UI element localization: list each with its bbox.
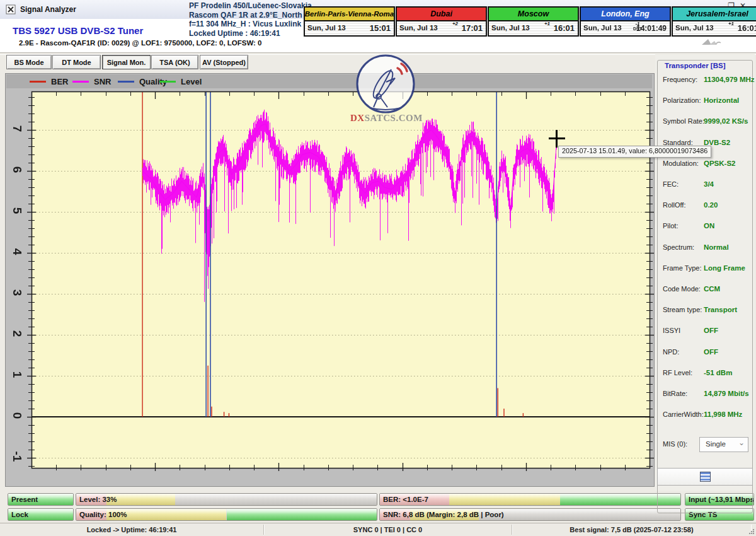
transponder-field-row: Polarization:Horizontal [658, 96, 752, 108]
dxsatcs-logo-icon [355, 53, 416, 115]
tab-tsa-ok-[interactable]: TSA (OK) [151, 55, 198, 69]
y-axis-tick-label: -1 [10, 448, 24, 465]
transponder-field-row: Modulation:QPSK-S2 [658, 160, 752, 171]
tab-av-stopped-[interactable]: AV (Stopped) [200, 55, 248, 69]
meter-present: Present [8, 493, 74, 506]
chart-value-tooltip: 2025-07-13 15.01.49, value: 6,8000001907… [558, 146, 711, 158]
legend-item-level: Level [159, 74, 202, 88]
clock-moscow: MoscowSun, Jul 13+116:01 [488, 6, 579, 37]
legend-line-swatch [72, 81, 89, 83]
transponder-field-label: ISSYI [663, 327, 680, 334]
meter-label: Quality: 100% [79, 509, 127, 520]
transponder-field-row: ISSYIOFF [658, 327, 752, 338]
clock-date: Sun, Jul 13 [675, 24, 714, 32]
transponder-field-value: 9999,02 KS/s [704, 117, 748, 125]
site-info-line: PF Prodelin 450/Lučenec-Slovakia [189, 1, 315, 11]
transponder-field-row: Frequency:11304,979 MHz [658, 76, 752, 87]
transponder-title: Transponder [BS] [663, 62, 727, 69]
transponder-field-row: RF Level:-51 dBm [658, 369, 752, 380]
mouse-crosshair-cursor [549, 130, 565, 148]
clock-body: Sun, Jul 13+116:01 [489, 21, 578, 35]
statusbar-lock-uptime: Locked -> Uptime: 46:19:41 [0, 525, 264, 535]
y-axis-tick-label: 6 [10, 161, 24, 178]
transponder-field-label: Pilot: [663, 222, 678, 230]
clock-time: 15:01 [370, 23, 391, 33]
transponder-field-label: RF Level: [663, 369, 692, 376]
transponder-field-value: 11304,979 MHz [704, 76, 755, 83]
transponder-field-value: 11,998 MHz [704, 411, 742, 418]
transponder-field-label: CarrierWidth: [663, 411, 704, 418]
tab-bs-mode[interactable]: BS Mode [6, 55, 52, 69]
transponder-field-label: Polarization: [663, 96, 701, 104]
y-axis-tick-label: 3 [10, 284, 24, 301]
transponder-field-value: DVB-S2 [704, 139, 730, 146]
clock-city-label: Moscow [489, 8, 578, 21]
mis-select[interactable]: Single ⌄ [699, 437, 748, 452]
statusbar-sync-counters: SYNC 0 | TEI 0 | CC 0 [264, 525, 512, 535]
transponder-field-row: BitRate:14,879 Mbit/s [658, 390, 752, 401]
meter-lock: Lock [8, 508, 74, 521]
transponder-field-label: Spectrum: [663, 243, 694, 251]
clock-body: Sun, Jul 13+116:01 [673, 21, 756, 35]
legend-line-swatch [159, 81, 176, 83]
transponder-field-value: ON [704, 222, 714, 230]
app-icon [6, 4, 16, 15]
dxsatcs-watermark-text: DXSATCS.COM [350, 113, 421, 124]
transponder-field-row: Symbol Rate:9999,02 KS/s [658, 117, 752, 129]
clock-city-label: London, Eng [581, 8, 670, 21]
clock-time: 16:01 [554, 23, 575, 33]
transponder-field-label: Frequency: [663, 76, 697, 83]
clock-date: Sun, Jul 13 [307, 24, 346, 32]
transponder-field-value: Transport [704, 306, 737, 313]
clock-body: Sun, Jul 1315:01 [305, 21, 394, 35]
transponder-field-value: OFF [704, 327, 718, 334]
clock-date: Sun, Jul 13 [491, 24, 530, 32]
clock-widget-logo [701, 37, 722, 49]
meter-quality: Quality: 100% [76, 508, 377, 521]
clock-london-eng: London, EngSun, Jul 13-1DST14:01:49 [580, 6, 671, 37]
transponder-field-value: QPSK-S2 [704, 160, 736, 167]
transponder-field-label: Code Mode: [663, 285, 701, 293]
clock-city-label: Dubai [397, 8, 486, 21]
site-info-line: Rascom QAF 1R at 2.9°E_North [189, 11, 315, 20]
transponder-field-label: Standard: [663, 139, 693, 146]
legend-item-snr: SNR [72, 74, 111, 88]
world-clocks-widget: Berlin-Paris-Vienna-RomaSun, Jul 1315:01… [304, 6, 756, 37]
statusbar-best-signal: Best signal: 7,5 dB (2025-07-12 23:58) [512, 525, 751, 535]
transponder-field-label: Stream type: [663, 306, 702, 313]
service-list-button[interactable] [657, 468, 753, 486]
legend-label: BER [51, 77, 68, 86]
clock-jerusalem-israel: Jerusalem-IsraelSun, Jul 13+116:01 [672, 6, 756, 37]
tab-signal-mon-[interactable]: Signal Mon. [102, 55, 151, 69]
application-window: Signal Analyzer ❐✕ TBS 5927 USB DVB-S2 T… [0, 0, 756, 536]
clock-city-label: Berlin-Paris-Vienna-Roma [305, 8, 394, 21]
resize-grip[interactable] [748, 528, 755, 535]
tuner-subtitle: 2.9E - Rascom-QAF1R (ID: 0029) @ LOF1: 9… [19, 39, 262, 47]
tab-dt-mode[interactable]: DT Mode [52, 55, 101, 69]
transponder-field-value: OFF [704, 348, 718, 356]
transponder-groupbox: Transponder [BS] Frequency:11304,979 MHz… [657, 60, 753, 513]
transponder-field-label: BitRate: [663, 390, 687, 397]
transponder-field-row: Pilot:ON [658, 222, 752, 233]
chart-legend: BERSNRQualityLevel [6, 74, 652, 88]
legend-label: Level [181, 77, 202, 86]
transponder-field-value: 3/4 [704, 180, 714, 188]
mis-selected-value: Single [706, 440, 726, 448]
tuner-title: TBS 5927 USB DVB-S2 Tuner [13, 25, 143, 36]
y-axis-tick-label: 1 [10, 366, 24, 383]
y-axis-tick-label: 2 [10, 325, 24, 342]
legend-item-ber: BER [30, 74, 68, 88]
y-axis-tick-label: 0 [10, 407, 24, 424]
transponder-field-row: Code Mode:CCM [658, 285, 752, 296]
clock-body: Sun, Jul 13+217:01 [397, 21, 486, 35]
site-info-line: Locked Uptime : 46:19:41 [189, 29, 315, 38]
clock-date: Sun, Jul 13 [399, 24, 438, 32]
y-axis-tick-label: 5 [10, 202, 24, 219]
transponder-field-row: CarrierWidth:11,998 MHz [658, 411, 752, 422]
dxsatcs-watermark: DXSATCS.COM [350, 53, 421, 124]
transponder-field-value: Long Frame [704, 264, 745, 272]
transponder-field-row: Frame Type:Long Frame [658, 264, 752, 276]
legend-label: SNR [94, 77, 111, 86]
status-bar: Locked -> Uptime: 46:19:41 SYNC 0 | TEI … [0, 523, 756, 536]
clock-time: 17:01 [462, 23, 483, 33]
